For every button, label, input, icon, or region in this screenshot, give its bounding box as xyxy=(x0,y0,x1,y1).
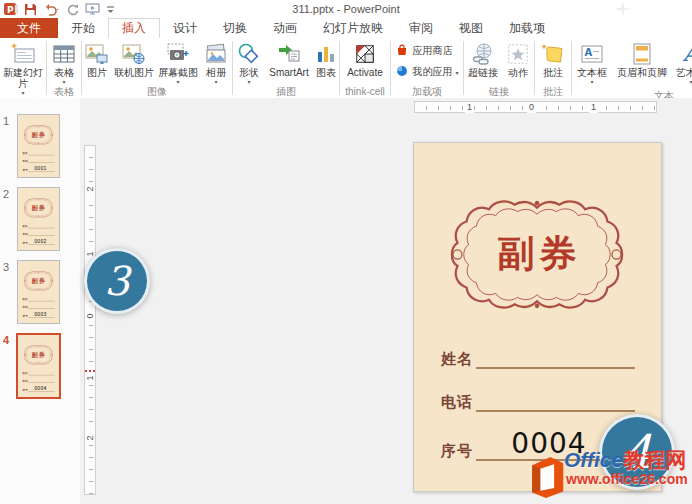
customize-toolbar-button[interactable] xyxy=(106,4,115,15)
textbox-button[interactable]: A 文本框 ▾ xyxy=(572,38,612,89)
field-underline xyxy=(28,382,54,383)
slide-thumbnail[interactable]: 1 副券 姓名 电话 序号 0001 xyxy=(0,114,80,178)
coupon[interactable]: 副券 姓名 电话 序号 0002 xyxy=(18,188,59,250)
coupon-field-phone[interactable]: 电话 xyxy=(22,158,54,163)
chart-button[interactable]: 图表 xyxy=(313,38,339,85)
hyperlink-button[interactable]: 超链接 xyxy=(464,38,502,85)
field-underline xyxy=(28,308,54,309)
start-slideshow-button[interactable] xyxy=(85,3,100,16)
hyperlink-icon xyxy=(471,41,495,66)
field-underline xyxy=(28,300,54,301)
online-pictures-button[interactable]: 联机图片 xyxy=(112,38,156,85)
thinkcell-icon xyxy=(354,41,376,66)
smartart-button[interactable]: SmartArt xyxy=(265,38,313,85)
action-button[interactable]: 动作 xyxy=(502,38,534,85)
tab-animations[interactable]: 动画 xyxy=(260,18,310,38)
coupon-field-name[interactable]: 姓名 xyxy=(22,371,54,376)
coupon-badge-text: 副券 xyxy=(23,350,53,359)
step-badge-4: 4 xyxy=(599,414,675,490)
shapes-button[interactable]: 形状 ▾ xyxy=(233,38,265,85)
thumbnail-preview: 副券 姓名 电话 序号 0002 xyxy=(17,187,60,251)
store-button[interactable]: 应用商店 xyxy=(395,42,458,61)
coupon-field-name[interactable]: 姓名 xyxy=(441,343,635,369)
photo-album-button[interactable]: 相册 ▾ xyxy=(200,38,232,85)
field-underline xyxy=(28,227,54,228)
photo-album-icon xyxy=(204,41,228,66)
coupon-badge-text: 副券 xyxy=(23,276,53,285)
horizontal-ruler: 1 0 1 xyxy=(414,101,657,113)
undo-button[interactable] xyxy=(43,3,60,16)
my-apps-button[interactable]: 我的应用 ▾ xyxy=(395,63,458,82)
tab-home[interactable]: 开始 xyxy=(58,18,108,38)
comment-icon xyxy=(541,41,565,66)
coupon-badge-text: 副券 xyxy=(447,229,627,279)
tab-slideshow[interactable]: 幻灯片放映 xyxy=(310,18,396,38)
table-button[interactable]: 表格 ▾ xyxy=(47,38,81,85)
tab-insert[interactable]: 插入 xyxy=(108,18,160,38)
wordart-icon: A xyxy=(679,41,692,66)
save-button[interactable] xyxy=(24,3,37,16)
header-footer-button[interactable]: 页眉和页脚 xyxy=(612,38,672,89)
main-area: 1 副券 姓名 电话 序号 0001 2 xyxy=(0,98,692,504)
action-star-icon xyxy=(507,41,529,66)
coupon-field-name[interactable]: 姓名 xyxy=(22,297,54,302)
svg-text:P: P xyxy=(7,5,14,15)
tab-addins[interactable]: 加载项 xyxy=(496,18,558,38)
tab-review[interactable]: 审阅 xyxy=(396,18,446,38)
new-slide-button[interactable]: 新建幻灯片 ▾ xyxy=(0,38,46,96)
slide-thumbnail[interactable]: 4 副券 姓名 电话 序号 0004 xyxy=(0,333,80,399)
coupon-field-name[interactable]: 姓名 xyxy=(22,151,54,156)
tab-transitions[interactable]: 切换 xyxy=(210,18,260,38)
pictures-button[interactable]: 图片 xyxy=(82,38,112,85)
chevron-down-icon: ▾ xyxy=(455,70,458,76)
tab-design[interactable]: 设计 xyxy=(160,18,210,38)
screenshot-icon xyxy=(166,41,190,66)
comment-button[interactable]: 批注 xyxy=(535,38,571,85)
thumbnail-number: 3 xyxy=(3,261,15,273)
shapes-icon xyxy=(237,41,261,66)
group-slides: 新建幻灯片 ▾ 幻灯片 xyxy=(0,38,46,98)
coupon-field-phone[interactable]: 电话 xyxy=(441,386,635,412)
coupon-badge-text: 副券 xyxy=(23,130,53,139)
coupon-field-name[interactable]: 姓名 xyxy=(22,224,54,229)
thumbnail-number: 2 xyxy=(3,188,15,200)
header-footer-icon xyxy=(632,41,652,66)
slide-thumbnail[interactable]: 3 副券 姓名 电话 序号 0003 xyxy=(0,260,80,324)
serial-number[interactable]: 0002 xyxy=(30,239,52,244)
group-thinkcell: Activate think-cell xyxy=(340,38,390,98)
thumbnail-preview: 副券 姓名 电话 序号 0004 xyxy=(16,333,61,399)
coupon-field-phone[interactable]: 电话 xyxy=(22,304,54,309)
field-underline xyxy=(28,154,54,155)
group-text: A 文本框 ▾ 页眉和页脚 A 艺术字 ▾ xyxy=(572,38,692,98)
titlebar: P 311.pptx - PowerPoint xyxy=(0,0,692,18)
coupon-badge: 副券 xyxy=(23,198,53,218)
serial-number[interactable]: 0004 xyxy=(30,386,52,391)
smartart-icon xyxy=(277,41,301,66)
online-picture-icon xyxy=(122,41,146,66)
group-illustrations: 形状 ▾ SmartArt 图表 插图 xyxy=(233,38,339,98)
serial-number[interactable]: 0004 xyxy=(484,429,614,459)
coupon[interactable]: 副券 姓名 电话 序号 0004 xyxy=(18,335,59,397)
step-badge-3: 3 xyxy=(84,248,150,314)
serial-number[interactable]: 0001 xyxy=(30,166,52,171)
tab-view[interactable]: 视图 xyxy=(446,18,496,38)
coupon-field-phone[interactable]: 电话 xyxy=(22,378,54,383)
slide-thumbnail-panel: 1 副券 姓名 电话 序号 0001 2 xyxy=(0,98,80,504)
thinkcell-activate-button[interactable]: Activate xyxy=(340,38,390,85)
picture-icon xyxy=(85,41,109,66)
coupon[interactable]: 副券 姓名 电话 序号 0003 xyxy=(18,261,59,323)
table-icon xyxy=(52,41,76,66)
wordart-button[interactable]: A 艺术字 ▾ xyxy=(672,38,692,89)
svg-text:A: A xyxy=(682,42,692,66)
store-icon xyxy=(395,43,409,59)
field-underline xyxy=(28,162,54,163)
serial-number[interactable]: 0003 xyxy=(30,312,52,317)
coupon[interactable]: 副券 姓名 电话 序号 0001 xyxy=(18,115,59,177)
vertical-ruler: 2 1 0 1 2 xyxy=(84,145,96,495)
slide-thumbnail[interactable]: 2 副券 姓名 电话 序号 0002 xyxy=(0,187,80,251)
redo-button[interactable] xyxy=(66,3,79,16)
screenshot-button[interactable]: 屏幕截图 ▾ xyxy=(156,38,200,85)
coupon-field-phone[interactable]: 电话 xyxy=(22,231,54,236)
chart-icon xyxy=(315,41,337,66)
tab-file[interactable]: 文件 xyxy=(0,18,58,38)
